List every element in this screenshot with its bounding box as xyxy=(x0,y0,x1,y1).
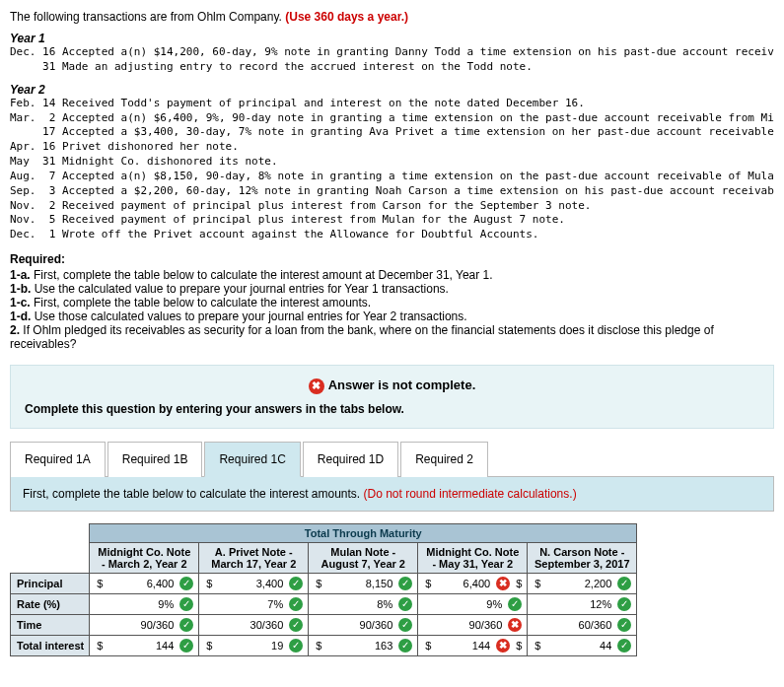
data-cell[interactable]: $163✓ xyxy=(309,635,418,655)
row-label: Time xyxy=(11,614,90,635)
row-label: Total interest xyxy=(11,635,90,655)
cell-value: 12% xyxy=(533,598,613,610)
data-cell[interactable]: $2,200✓ xyxy=(528,573,637,593)
data-cell[interactable]: $144✖$ xyxy=(418,635,528,655)
cell-value: 60/360 xyxy=(533,619,613,631)
table-row: Total interest$144✓$19✓$163✓$144✖$$44✓ xyxy=(11,635,637,655)
wrong-icon: ✖ xyxy=(496,639,510,653)
tab-required-1c[interactable]: Required 1C xyxy=(204,442,300,477)
data-cell[interactable]: 12%✓ xyxy=(528,593,637,614)
required-item: 2. If Ohlm pledged its receivables as se… xyxy=(10,323,774,351)
cell-value: 144 xyxy=(435,640,492,652)
answers-prompt: Complete this question by entering your … xyxy=(11,402,773,428)
column-header: A. Privet Note - March 17, Year 2 xyxy=(199,542,309,573)
currency-symbol: $ xyxy=(514,640,522,652)
currency-symbol: $ xyxy=(314,578,321,589)
check-icon: ✓ xyxy=(508,597,522,611)
currency-symbol: $ xyxy=(204,640,212,652)
column-header: N. Carson Note - September 3, 2017 xyxy=(528,542,637,573)
required-item: 1-b. Use the calculated value to prepare… xyxy=(10,282,774,296)
data-cell[interactable]: $6,400✖$ xyxy=(418,573,528,593)
currency-symbol: $ xyxy=(95,578,103,589)
cell-value: 8% xyxy=(314,598,394,610)
currency-symbol: $ xyxy=(95,640,103,652)
required-item-text: Use those calculated values to prepare y… xyxy=(31,309,466,323)
cell-value: 9% xyxy=(95,598,176,610)
check-icon: ✓ xyxy=(179,639,193,653)
required-item-text: Use the calculated value to prepare your… xyxy=(31,282,449,296)
data-cell[interactable]: $144✓ xyxy=(90,635,199,655)
cell-value: 2,200 xyxy=(544,578,613,589)
answers-box: ✖Answer is not complete. Complete this q… xyxy=(10,365,774,429)
intro-lead: The following transactions are from Ohlm… xyxy=(10,10,285,24)
table-row: Rate (%)9%✓7%✓8%✓9%✓12%✓ xyxy=(11,593,637,614)
required-item-text: If Ohlm pledged its receivables as secur… xyxy=(10,323,714,351)
check-icon: ✓ xyxy=(289,577,303,590)
required-label: Required: xyxy=(10,252,774,266)
row-label: Rate (%) xyxy=(11,593,90,614)
year1-header: Year 1 xyxy=(10,32,774,45)
currency-symbol: $ xyxy=(423,640,431,652)
check-icon: ✓ xyxy=(617,577,631,590)
required-item: 1-a. First, complete the table below to … xyxy=(10,268,774,282)
cell-value: 8,150 xyxy=(325,578,394,589)
data-cell[interactable]: $3,400✓ xyxy=(199,573,309,593)
check-icon: ✓ xyxy=(289,639,303,653)
table-row: Principal$6,400✓$3,400✓$8,150✓$6,400✖$$2… xyxy=(11,573,637,593)
cell-value: 90/360 xyxy=(423,619,504,631)
column-header: Midnight Co. Note - March 2, Year 2 xyxy=(90,542,199,573)
data-cell[interactable]: 9%✓ xyxy=(90,593,199,614)
required-item-num: 1-a. xyxy=(10,268,31,282)
intro-text: The following transactions are from Ohlm… xyxy=(10,10,774,24)
data-cell[interactable]: 30/360✓ xyxy=(199,614,309,635)
wrong-icon: ✖ xyxy=(508,618,522,632)
required-item-num: 1-d. xyxy=(10,309,31,323)
data-cell[interactable]: 90/360✓ xyxy=(90,614,199,635)
year1-transactions: Dec. 16 Accepted a(n) $14,200, 60-day, 9… xyxy=(10,45,774,75)
data-cell[interactable]: 7%✓ xyxy=(199,593,309,614)
check-icon: ✓ xyxy=(617,639,631,653)
check-icon: ✓ xyxy=(617,618,631,632)
table-row: Time90/360✓30/360✓90/360✓90/360✖60/360✓ xyxy=(11,614,637,635)
check-icon: ✓ xyxy=(398,577,412,590)
tabs-bar: Required 1ARequired 1BRequired 1CRequire… xyxy=(10,441,774,477)
data-cell[interactable]: 60/360✓ xyxy=(528,614,637,635)
cell-value: 6,400 xyxy=(435,578,492,589)
currency-symbol: $ xyxy=(514,578,522,589)
row-label: Principal xyxy=(11,573,90,593)
data-cell[interactable]: $6,400✓ xyxy=(90,573,199,593)
data-cell[interactable]: 8%✓ xyxy=(309,593,418,614)
required-item-num: 1-b. xyxy=(10,282,31,296)
required-item-text: First, complete the table below to calcu… xyxy=(31,268,493,282)
check-icon: ✓ xyxy=(179,618,193,632)
check-icon: ✓ xyxy=(289,597,303,611)
cell-value: 7% xyxy=(204,598,285,610)
check-icon: ✓ xyxy=(289,618,303,632)
intro-red: (Use 360 days a year.) xyxy=(285,10,408,24)
tab-required-2[interactable]: Required 2 xyxy=(400,442,488,477)
currency-symbol: $ xyxy=(533,640,540,652)
currency-symbol: $ xyxy=(533,578,540,589)
required-item: 1-d. Use those calculated values to prep… xyxy=(10,309,774,323)
column-header: Mulan Note - August 7, Year 2 xyxy=(309,542,418,573)
cell-value: 6,400 xyxy=(107,578,176,589)
data-cell[interactable]: $8,150✓ xyxy=(309,573,418,593)
table-super-header: Total Through Maturity xyxy=(90,523,637,542)
year2-header: Year 2 xyxy=(10,83,774,97)
check-icon: ✓ xyxy=(398,618,412,632)
tab-required-1b[interactable]: Required 1B xyxy=(107,442,203,477)
cell-value: 30/360 xyxy=(204,619,285,631)
tab-required-1d[interactable]: Required 1D xyxy=(303,442,398,477)
tab-instruction-red: (Do not round intermediate calculations.… xyxy=(364,487,577,501)
required-item-num: 2. xyxy=(10,323,20,337)
data-cell[interactable]: 9%✓ xyxy=(418,593,528,614)
data-cell[interactable]: $19✓ xyxy=(199,635,309,655)
answer-not-complete-text: Answer is not complete. xyxy=(328,378,476,392)
check-icon: ✓ xyxy=(617,597,631,611)
data-cell[interactable]: 90/360✓ xyxy=(309,614,418,635)
answer-not-complete: ✖Answer is not complete. xyxy=(11,366,773,402)
data-cell[interactable]: 90/360✖ xyxy=(418,614,528,635)
cell-value: 44 xyxy=(544,640,613,652)
tab-required-1a[interactable]: Required 1A xyxy=(10,442,106,477)
data-cell[interactable]: $44✓ xyxy=(528,635,637,655)
